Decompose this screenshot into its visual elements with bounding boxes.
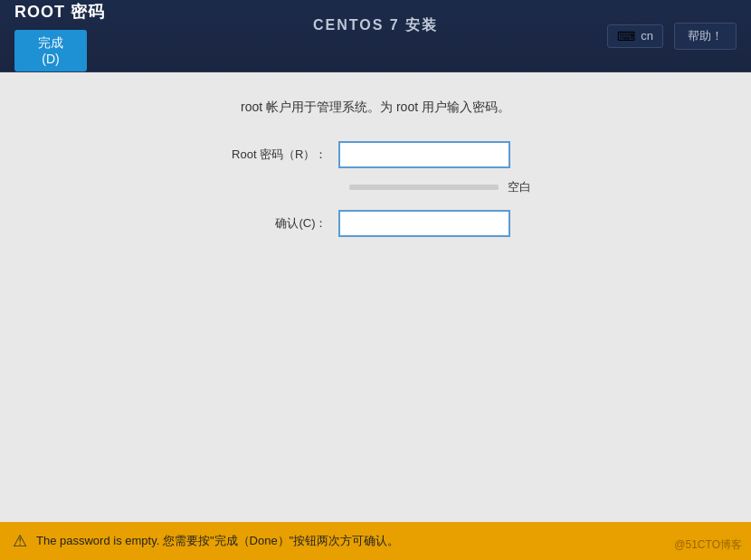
- root-password-row: Root 密码（R）：: [221, 141, 510, 168]
- root-password-label: Root 密码（R）：: [221, 147, 338, 163]
- header: ROOT 密码 完成(D) CENTOS 7 安装 ⌨ cn 帮助！: [0, 0, 751, 72]
- help-button[interactable]: 帮助！: [674, 23, 737, 50]
- done-button[interactable]: 完成(D): [14, 30, 87, 71]
- strength-bar: [349, 185, 499, 190]
- confirm-password-row: 确认(C)：: [221, 210, 510, 237]
- watermark: @51CTO博客: [674, 537, 742, 553]
- warning-bar: ⚠ The password is empty. 您需要按"完成（Done）"按…: [0, 522, 751, 560]
- main-content: root 帐户用于管理系统。为 root 用户输入密码。 Root 密码（R）：…: [0, 72, 751, 522]
- keyboard-icon: ⌨: [617, 29, 635, 43]
- warning-icon: ⚠: [13, 531, 27, 551]
- page-title: ROOT 密码: [14, 1, 105, 23]
- system-title: CENTOS 7 安装: [313, 16, 438, 35]
- lang-label: cn: [641, 29, 653, 43]
- warning-text: The password is empty. 您需要按"完成（Done）"按钮两…: [36, 533, 738, 549]
- lang-selector[interactable]: ⌨ cn: [607, 24, 663, 48]
- header-left: ROOT 密码 完成(D): [14, 1, 105, 71]
- form-area: Root 密码（R）： 空白 确认(C)：: [221, 141, 531, 248]
- strength-row: 空白: [221, 179, 531, 195]
- strength-label: 空白: [508, 179, 531, 195]
- description-text: root 帐户用于管理系统。为 root 用户输入密码。: [241, 100, 510, 116]
- header-right: ⌨ cn 帮助！: [607, 23, 737, 50]
- confirm-password-input[interactable]: [338, 210, 510, 237]
- root-password-input[interactable]: [338, 141, 510, 168]
- confirm-password-label: 确认(C)：: [221, 215, 338, 232]
